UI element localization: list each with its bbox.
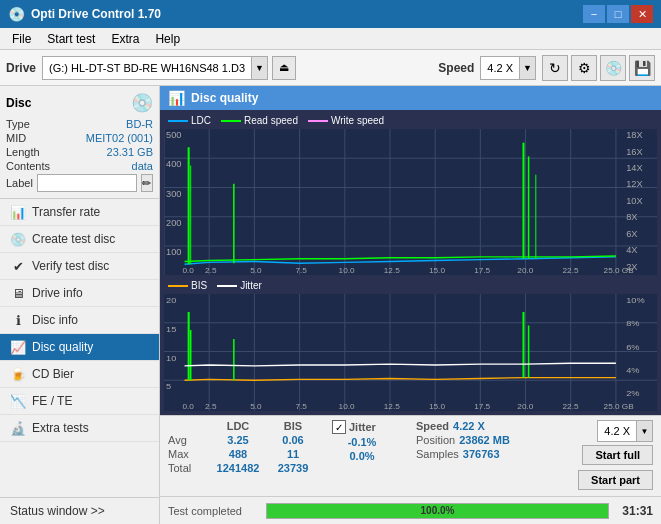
svg-text:300: 300 <box>166 189 182 198</box>
legend-ldc: LDC <box>168 115 211 126</box>
avg-ldc: 3.25 <box>208 434 268 446</box>
sidebar-item-fe-te[interactable]: 📉 FE / TE <box>0 388 159 415</box>
top-chart-legend: LDC Read speed Write speed <box>164 114 657 127</box>
sidebar-item-disc-quality[interactable]: 📈 Disc quality <box>0 334 159 361</box>
svg-text:17.5: 17.5 <box>474 267 490 275</box>
speed-header-row: Speed 4.22 X <box>416 420 526 432</box>
label-input[interactable] <box>37 174 137 192</box>
max-jitter: 0.0% <box>332 450 392 462</box>
sidebar-item-disc-info[interactable]: ℹ Disc info <box>0 307 159 334</box>
drive-dropdown-arrow[interactable]: ▼ <box>251 57 267 79</box>
svg-text:2%: 2% <box>626 389 640 398</box>
disc-quality-header-icon: 📊 <box>168 90 185 106</box>
nav-label-drive-info: Drive info <box>32 286 83 300</box>
settings-icon[interactable]: ⚙ <box>571 55 597 81</box>
menu-file[interactable]: File <box>4 30 39 48</box>
maximize-button[interactable]: □ <box>607 5 629 23</box>
sidebar-item-transfer-rate[interactable]: 📊 Transfer rate <box>0 199 159 226</box>
samples-label: Samples <box>416 448 459 460</box>
content-area: 📊 Disc quality LDC Read speed <box>160 86 661 524</box>
verify-test-disc-icon: ✔ <box>10 258 26 274</box>
menu-start-test[interactable]: Start test <box>39 30 103 48</box>
svg-text:7.5: 7.5 <box>295 403 306 411</box>
read-label: Read speed <box>244 115 298 126</box>
speed-dropdown-arrow[interactable]: ▼ <box>519 57 535 79</box>
top-chart: 500 400 300 200 100 18X 16X 14X 12X 10X … <box>164 129 657 275</box>
svg-text:0.0: 0.0 <box>182 403 193 411</box>
sidebar-item-drive-info[interactable]: 🖥 Drive info <box>0 280 159 307</box>
legend-read: Read speed <box>221 115 298 126</box>
status-window-button[interactable]: Status window >> <box>0 498 159 524</box>
max-row: Max 488 11 <box>168 448 328 460</box>
svg-text:20.0: 20.0 <box>517 267 534 275</box>
transfer-rate-icon: 📊 <box>10 204 26 220</box>
speed-header: Speed <box>416 420 449 432</box>
svg-text:5.0: 5.0 <box>250 267 262 275</box>
sidebar-nav: 📊 Transfer rate 💿 Create test disc ✔ Ver… <box>0 199 159 497</box>
disc-header: Disc 💿 <box>6 92 153 114</box>
svg-text:14X: 14X <box>626 164 643 173</box>
sidebar-item-extra-tests[interactable]: 🔬 Extra tests <box>0 415 159 442</box>
speed-current: 4.22 X <box>453 420 485 432</box>
avg-label: Avg <box>168 434 208 446</box>
disc-type-row: Type BD-R <box>6 118 153 130</box>
svg-text:0.0: 0.0 <box>182 267 194 275</box>
drive-dropdown[interactable]: (G:) HL-DT-ST BD-RE WH16NS48 1.D3 ▼ <box>42 56 268 80</box>
jitter-header: Jitter <box>349 421 376 433</box>
save-icon[interactable]: 💾 <box>629 55 655 81</box>
minimize-button[interactable]: − <box>583 5 605 23</box>
speed-label: Speed <box>438 61 474 75</box>
svg-text:400: 400 <box>166 160 182 169</box>
svg-text:18X: 18X <box>626 131 643 140</box>
disc-length-row: Length 23.31 GB <box>6 146 153 158</box>
fe-te-icon: 📉 <box>10 393 26 409</box>
nav-label-create-test-disc: Create test disc <box>32 232 115 246</box>
top-chart-svg: 500 400 300 200 100 18X 16X 14X 12X 10X … <box>164 129 657 275</box>
refresh-icon[interactable]: ↻ <box>542 55 568 81</box>
menu-bar: File Start test Extra Help <box>0 28 661 50</box>
disc-quality-title: Disc quality <box>191 91 258 105</box>
svg-text:17.5: 17.5 <box>474 403 490 411</box>
cd-bier-icon: 🍺 <box>10 366 26 382</box>
speed-buttons-area: 4.2 X ▼ Start full Start part <box>578 420 653 492</box>
start-full-button[interactable]: Start full <box>582 445 653 465</box>
disc-mid-row: MID MEIT02 (001) <box>6 132 153 144</box>
svg-text:500: 500 <box>166 131 182 140</box>
sidebar-item-create-test-disc[interactable]: 💿 Create test disc <box>0 226 159 253</box>
bottom-chart-svg: 20 15 10 5 10% 8% 6% 4% 2% <box>164 294 657 411</box>
disc-icon[interactable]: 💿 <box>600 55 626 81</box>
speed-value: 4.2 X <box>481 62 519 74</box>
svg-text:10: 10 <box>166 353 176 362</box>
svg-rect-0 <box>164 129 657 275</box>
speed-dropdown[interactable]: 4.2 X ▼ <box>480 56 536 80</box>
disc-graphic-icon: 💿 <box>131 92 153 114</box>
label-edit-button[interactable]: ✏ <box>141 174 153 192</box>
title-bar-left: 💿 Opti Drive Control 1.70 <box>8 6 161 22</box>
svg-text:16X: 16X <box>626 147 643 156</box>
total-bis: 23739 <box>268 462 318 474</box>
svg-text:10X: 10X <box>626 196 643 205</box>
max-bis: 11 <box>268 448 318 460</box>
speed-select-arrow[interactable]: ▼ <box>636 421 652 441</box>
read-color <box>221 120 241 122</box>
drive-label: Drive <box>6 61 36 75</box>
disc-section: Disc 💿 Type BD-R MID MEIT02 (001) Length… <box>0 86 159 199</box>
menu-extra[interactable]: Extra <box>103 30 147 48</box>
speed-select[interactable]: 4.2 X ▼ <box>597 420 653 442</box>
svg-text:15.0: 15.0 <box>429 403 445 411</box>
ldc-bis-stats: LDC BIS Avg 3.25 0.06 Max 488 11 Total 1… <box>168 420 328 474</box>
nav-label-cd-bier: CD Bier <box>32 367 74 381</box>
close-button[interactable]: ✕ <box>631 5 653 23</box>
sidebar-item-cd-bier[interactable]: 🍺 CD Bier <box>0 361 159 388</box>
sidebar-item-verify-test-disc[interactable]: ✔ Verify test disc <box>0 253 159 280</box>
max-label: Max <box>168 448 208 460</box>
svg-text:20: 20 <box>166 296 176 305</box>
top-chart-container: LDC Read speed Write speed <box>164 114 657 275</box>
svg-rect-47 <box>164 294 657 411</box>
jitter-checkbox[interactable]: ✓ <box>332 420 346 434</box>
start-part-button[interactable]: Start part <box>578 470 653 490</box>
spacer <box>168 420 208 432</box>
svg-text:6%: 6% <box>626 342 640 351</box>
eject-button[interactable]: ⏏ <box>272 56 296 80</box>
menu-help[interactable]: Help <box>147 30 188 48</box>
